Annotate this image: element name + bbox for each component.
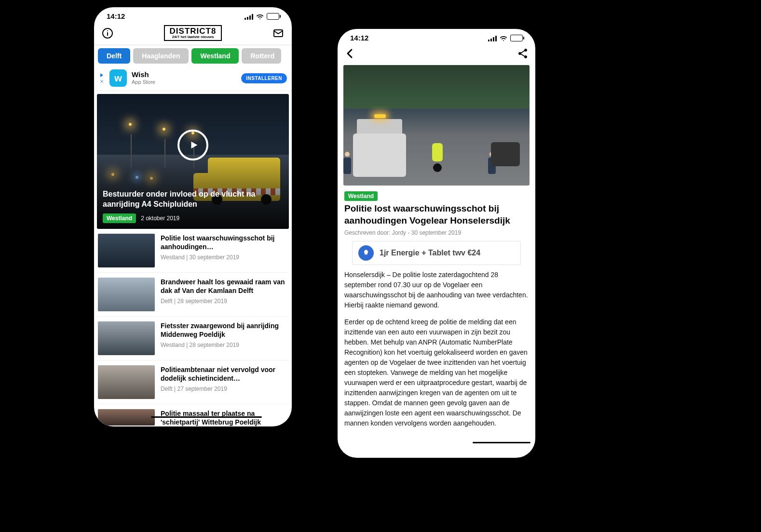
article-body: Honselersdijk – De politie loste zaterda… [338,270,535,428]
battery-icon [267,13,279,20]
article-hero-image [343,65,530,186]
tab-rotterdam[interactable]: Rotterd [242,48,281,64]
tab-westland[interactable]: Westland [191,48,239,64]
list-thumbnail [98,278,155,311]
list-title: Fietsster zwaargewond bij aanrijding Mid… [161,321,288,339]
lightbulb-icon [358,245,374,261]
play-icon[interactable] [177,130,208,160]
article-title: Politie lost waarschuwingsschot bij aanh… [338,203,535,226]
hero-title: Bestuurder onder invloed op de vlucht na… [103,189,283,210]
list-title: Politieambtenaar niet vervolgd voor dode… [161,365,288,383]
article-paragraph: Eerder op de ochtend kreeg de politie de… [344,317,529,428]
list-item[interactable]: Politieambtenaar niet vervolgd voor dode… [97,360,289,404]
list-item[interactable]: Politie massaal ter plaatse na 'schietpa… [97,404,289,426]
list-title: Politie massaal ter plaatse na 'schietpa… [161,409,288,426]
inline-ad-title: 1jr Energie + Tablet twv €24 [380,249,480,257]
list-item[interactable]: Politie lost waarschuwingsschot bij aanh… [97,229,289,272]
logo-subtitle: 24/7 het laatste nieuws [170,35,217,39]
list-thumbnail [98,234,155,267]
share-icon[interactable] [517,48,529,61]
image-vehicle [491,142,520,166]
wifi-icon [256,14,264,20]
back-icon[interactable] [344,48,356,61]
tab-haaglanden[interactable]: Haaglanden [133,48,189,64]
home-indicator [151,416,262,418]
status-time: 14:12 [350,34,368,42]
list-item[interactable]: Fietsster zwaargewond bij aanrijding Mid… [97,316,289,360]
signal-icon [245,14,253,20]
logo-title: DISTRICT8 [170,27,217,35]
article-paragraph: Honselersdijk – De politie loste zaterda… [344,270,529,310]
status-bar: 14:12 [94,7,292,22]
hero-date: 2 oktober 2019 [141,215,179,222]
phone-home-screen: 14:12 DISTRICT8 24/7 het laatste nieuws … [94,7,292,426]
tab-label: Haaglanden [142,52,180,60]
inline-ad[interactable]: 1jr Energie + Tablet twv €24 [352,241,521,265]
ad-title: Wish [132,70,236,79]
article-list: Politie lost waarschuwingsschot bij aanh… [94,229,292,426]
tab-delft[interactable]: Delft [98,48,130,64]
home-indicator [473,442,530,443]
hero-category-badge: Westland [103,213,136,223]
list-meta: Delft | 27 september 2019 [161,386,288,392]
list-thumbnail [98,365,155,399]
tab-label: Westland [200,52,230,60]
ad-app-icon: w [109,69,127,87]
hero-article[interactable]: Bestuurder onder invloed op de vlucht na… [97,94,289,229]
list-thumbnail [98,321,155,355]
tab-label: Rotterd [250,52,274,60]
list-item[interactable]: Brandweer haalt los gewaaid raam van dak… [97,272,289,316]
list-meta: Westland | 28 september 2019 [161,342,288,348]
list-meta: Westland | 30 september 2019 [161,254,288,261]
list-meta: Delft | 28 september 2019 [161,298,288,305]
article-byline: Geschreven door: Jordy - 30 september 20… [338,226,535,241]
list-title: Politie lost waarschuwingsschot bij aanh… [161,234,288,251]
image-police-van [353,133,406,177]
list-thumbnail [98,409,155,426]
battery-icon [510,35,523,41]
tab-label: Delft [107,52,122,60]
svg-point-2 [107,30,108,31]
ad-subtitle: App Store [132,79,236,85]
image-officer [343,152,351,176]
info-icon[interactable] [101,27,114,40]
ad-banner[interactable]: w Wish App Store INSTALLEREN [94,66,292,91]
category-tabs: Delft Haaglanden Westland Rotterd [94,45,292,66]
mail-icon[interactable] [272,27,285,40]
ad-install-button[interactable]: INSTALLEREN [241,73,287,83]
list-title: Brandweer haalt los gewaaid raam van dak… [161,278,288,295]
image-motorcycle [428,143,447,172]
wifi-icon [500,36,507,41]
article-category-badge: Westland [344,191,378,201]
status-time: 14:12 [107,12,125,20]
app-logo: DISTRICT8 24/7 het laatste nieuws [164,25,222,41]
status-bar: 14:12 [338,29,535,44]
ad-marker [99,72,105,84]
detail-header [338,44,535,65]
app-header: DISTRICT8 24/7 het laatste nieuws [94,22,292,45]
phone-article-detail: 14:12 Wes [338,29,535,458]
signal-icon [488,36,497,41]
